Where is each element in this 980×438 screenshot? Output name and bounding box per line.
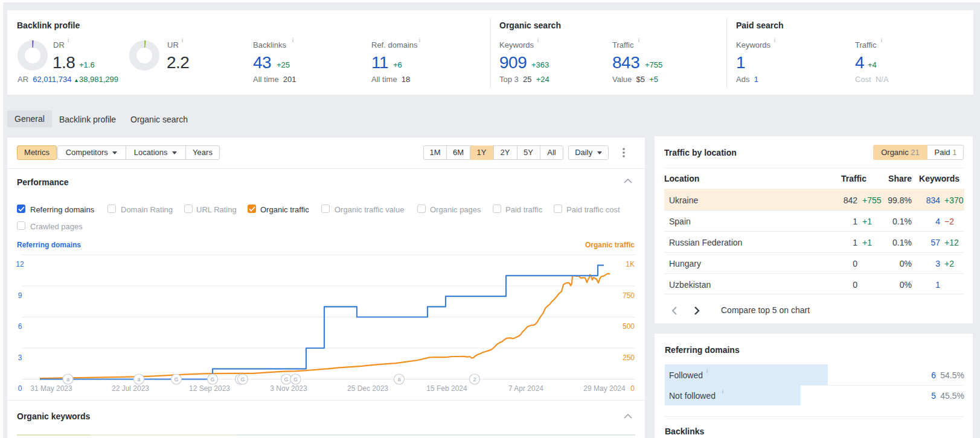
svg-text:G: G — [284, 376, 288, 382]
svg-text:2: 2 — [473, 376, 476, 382]
svg-text:a: a — [66, 376, 69, 382]
svg-text:G: G — [210, 376, 214, 382]
svg-text:a: a — [397, 376, 400, 382]
svg-text:G: G — [293, 376, 298, 382]
svg-text:a: a — [137, 376, 140, 382]
svg-text:G: G — [240, 376, 245, 382]
svg-text:G: G — [174, 376, 178, 382]
